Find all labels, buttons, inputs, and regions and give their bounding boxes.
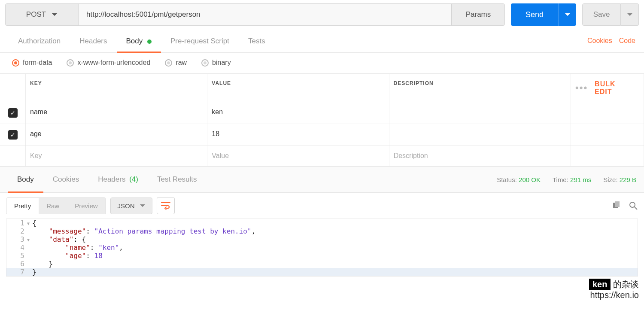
kv-row-new: Key Value Description — [0, 146, 644, 166]
search-button[interactable] — [629, 201, 638, 210]
code-text: } — [32, 260, 53, 268]
kv-header-description: DESCRIPTION — [389, 74, 571, 102]
kv-row: ✓ name ken — [0, 102, 644, 124]
params-button[interactable]: Params — [452, 3, 505, 26]
kv-key-placeholder[interactable]: Key — [26, 146, 207, 166]
view-mode-group: Pretty Raw Preview — [6, 198, 106, 214]
resp-tab-cookies[interactable]: Cookies — [43, 169, 88, 190]
code-text: "ken" — [98, 243, 119, 252]
radio-icon — [67, 59, 74, 67]
code-text: "message" — [49, 227, 86, 235]
bodytype-form-data[interactable]: form-data — [12, 59, 52, 67]
kv-value-cell[interactable]: 18 — [207, 124, 389, 146]
bodytype-raw-label: raw — [176, 59, 187, 67]
code-text: "age" — [65, 252, 86, 260]
bodytype-binary-label: binary — [212, 59, 231, 67]
kv-desc-cell[interactable] — [389, 102, 571, 124]
radio-icon — [12, 59, 19, 67]
caret-down-icon — [52, 13, 57, 16]
size-value: 229 B — [620, 176, 636, 183]
code-text: "Action params mapping test by ken.io" — [94, 227, 252, 235]
response-body[interactable]: 1▼{ 2 "message": "Action params mapping … — [6, 219, 638, 277]
code-text: "data" — [49, 235, 74, 243]
http-method-label: POST — [26, 10, 46, 19]
code-text: 18 — [94, 252, 103, 260]
kv-header-key: KEY — [26, 74, 207, 102]
view-pretty[interactable]: Pretty — [6, 198, 39, 214]
bodytype-urlencoded[interactable]: x-www-form-urlencoded — [67, 59, 150, 67]
resp-tab-tests[interactable]: Test Results — [148, 169, 207, 190]
resp-tab-headers[interactable]: Headers (4) — [88, 169, 148, 190]
wrap-icon — [161, 202, 170, 210]
kv-key-cell[interactable]: age — [26, 124, 207, 146]
send-dropdown-button[interactable] — [558, 3, 576, 26]
row-checkbox[interactable]: ✓ — [8, 108, 18, 118]
time-label: Time: — [553, 176, 568, 183]
tab-body-label: Body — [126, 37, 143, 45]
tab-authorization[interactable]: Authorization — [9, 29, 70, 52]
status-label: Status: — [497, 176, 517, 183]
tab-headers[interactable]: Headers — [70, 29, 116, 52]
resp-headers-count: (4) — [129, 175, 138, 183]
bodytype-urlencoded-label: x-www-form-urlencoded — [77, 59, 150, 67]
size-label: Size: — [603, 176, 617, 183]
kv-more-icon[interactable]: ••• — [575, 82, 588, 94]
save-dropdown-button[interactable] — [621, 3, 639, 26]
radio-icon — [201, 59, 209, 67]
svg-rect-1 — [615, 201, 620, 207]
resp-tab-headers-label: Headers — [98, 175, 125, 183]
kv-desc-placeholder[interactable]: Description — [389, 146, 571, 166]
copy-button[interactable] — [611, 201, 621, 210]
kv-row: ✓ age 18 — [0, 124, 644, 146]
time-value: 291 ms — [570, 176, 591, 183]
bodytype-form-data-label: form-data — [23, 59, 52, 67]
svg-point-2 — [630, 202, 635, 207]
tab-body[interactable]: Body — [117, 29, 161, 52]
send-button[interactable]: Send — [511, 3, 558, 26]
view-raw[interactable]: Raw — [39, 198, 67, 214]
code-link[interactable]: Code — [619, 37, 635, 45]
kv-desc-cell[interactable] — [389, 124, 571, 146]
url-input[interactable] — [78, 3, 452, 26]
tab-tests[interactable]: Tests — [239, 29, 275, 52]
svg-line-3 — [635, 207, 637, 210]
copy-icon — [612, 201, 620, 210]
radio-icon — [165, 59, 172, 67]
save-button[interactable]: Save — [582, 3, 621, 26]
format-label: JSON — [118, 202, 135, 210]
format-select[interactable]: JSON — [110, 198, 152, 214]
kv-value-cell[interactable]: ken — [207, 102, 389, 124]
view-preview[interactable]: Preview — [67, 198, 105, 214]
caret-down-icon — [565, 13, 570, 16]
caret-down-icon — [140, 204, 145, 207]
status-value: 200 OK — [519, 176, 541, 183]
resp-tab-body[interactable]: Body — [8, 169, 43, 190]
wrap-lines-button[interactable] — [157, 197, 175, 214]
kv-key-cell[interactable]: name — [26, 102, 207, 124]
unsaved-dot-icon — [147, 40, 152, 44]
cookies-link[interactable]: Cookies — [587, 37, 612, 45]
kv-header-row: KEY VALUE DESCRIPTION ••• Bulk Edit — [0, 74, 644, 102]
bodytype-binary[interactable]: binary — [201, 59, 231, 67]
search-icon — [629, 201, 638, 210]
tab-prerequest[interactable]: Pre-request Script — [161, 29, 239, 52]
row-checkbox[interactable]: ✓ — [8, 130, 18, 140]
code-text: } — [32, 268, 36, 276]
code-text: "name" — [65, 243, 90, 252]
caret-down-icon — [627, 13, 632, 16]
kv-value-placeholder[interactable]: Value — [207, 146, 389, 166]
bodytype-raw[interactable]: raw — [165, 59, 187, 67]
bulk-edit-link[interactable]: Bulk Edit — [595, 80, 635, 96]
code-text: { — [32, 219, 36, 227]
kv-header-value: VALUE — [207, 74, 389, 102]
http-method-select[interactable]: POST — [5, 3, 78, 26]
